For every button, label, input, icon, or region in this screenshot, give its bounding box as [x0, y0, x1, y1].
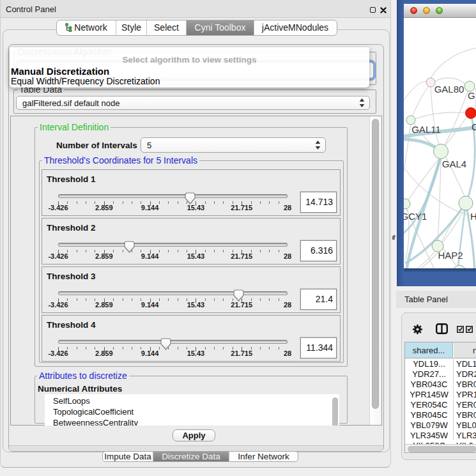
- svg-text:H: H: [470, 211, 476, 222]
- svg-text:GAL4: GAL4: [442, 158, 466, 169]
- svg-text:G...: G...: [468, 90, 476, 101]
- svg-text:HAP2: HAP2: [438, 250, 463, 261]
- svg-text:GCY1: GCY1: [404, 211, 427, 222]
- svg-text:GAL11: GAL11: [411, 124, 441, 135]
- svg-text:C: C: [472, 121, 476, 132]
- svg-text:GAL80: GAL80: [434, 84, 464, 95]
